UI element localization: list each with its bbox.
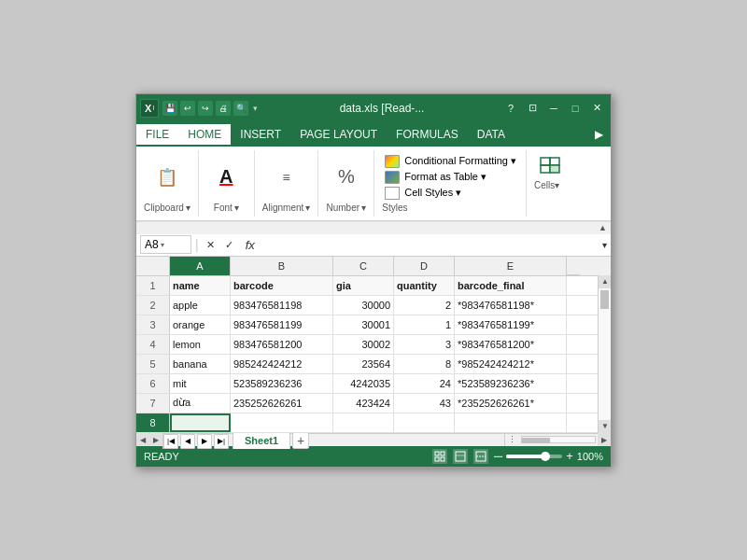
cell-styles-button[interactable]: Cell Styles ▾	[382, 186, 518, 201]
cells-button[interactable]	[534, 154, 566, 180]
cell-B1[interactable]: barcode	[231, 276, 333, 295]
col-header-A[interactable]: A	[170, 257, 231, 275]
cell-C5[interactable]: 23564	[333, 355, 394, 373]
cell-E1[interactable]: barcode_final	[455, 276, 567, 295]
cell-B2[interactable]: 983476581198	[231, 296, 333, 315]
menu-file[interactable]: FILE	[136, 124, 178, 145]
cell-C7[interactable]: 423424	[333, 394, 394, 413]
zoom-minus-button[interactable]: ─	[494, 449, 502, 463]
formula-input[interactable]	[262, 235, 599, 254]
cell-B8[interactable]	[231, 413, 333, 432]
cell-C6[interactable]: 4242035	[333, 374, 394, 393]
search-btn[interactable]: 🔍	[233, 101, 248, 116]
cell-D1[interactable]: quantity	[394, 276, 455, 295]
restore-button[interactable]: □	[565, 98, 585, 119]
undo-btn[interactable]: ↩	[180, 101, 195, 116]
cell-C8[interactable]	[333, 413, 394, 432]
ribbon-toggle-button[interactable]: ⊡	[522, 98, 543, 119]
cell-E5[interactable]: *985242424212*	[455, 355, 567, 373]
col-header-D[interactable]: D	[394, 257, 455, 275]
cell-B5[interactable]: 985242424212	[231, 355, 333, 373]
cell-B6[interactable]: 523589236236	[231, 374, 333, 393]
font-button[interactable]: A	[209, 162, 243, 192]
formula-cancel-button[interactable]: ✕	[203, 236, 219, 253]
cell-E3[interactable]: *983476581199*	[455, 315, 567, 334]
cell-D5[interactable]: 8	[394, 355, 455, 373]
cell-A7[interactable]: dừa	[170, 394, 231, 413]
save-btn[interactable]: 💾	[162, 101, 177, 116]
cell-D4[interactable]: 3	[394, 335, 455, 354]
cell-B7[interactable]: 235252626261	[231, 394, 333, 413]
number-button[interactable]: %	[330, 162, 363, 192]
cell-A8[interactable]	[170, 413, 231, 432]
redo-btn[interactable]: ↪	[198, 101, 213, 116]
add-sheet-button[interactable]: +	[292, 432, 309, 449]
name-box[interactable]: A8 ▾	[140, 235, 191, 254]
menu-home[interactable]: HOME	[178, 124, 231, 145]
cell-A6[interactable]: mit	[170, 374, 231, 393]
scroll-down-button[interactable]: ▼	[599, 420, 611, 433]
normal-view-icon[interactable]	[432, 449, 447, 464]
page-break-icon[interactable]	[473, 449, 488, 464]
vertical-scrollbar[interactable]: ▲ ▼	[598, 275, 611, 433]
format-as-table-button[interactable]: Format as Table ▾	[382, 170, 518, 185]
col-header-B[interactable]: B	[231, 257, 333, 275]
menu-more-button[interactable]: ▶	[587, 124, 611, 145]
cell-E6[interactable]: *523589236236*	[455, 374, 567, 393]
cell-A1[interactable]: name	[170, 276, 231, 295]
scroll-up-button[interactable]: ▲	[599, 275, 611, 288]
cell-A4[interactable]: lemon	[170, 335, 231, 354]
ribbon-collapse-icon[interactable]: ▲	[599, 223, 607, 232]
cell-C3[interactable]: 30001	[333, 315, 394, 334]
menu-formulas[interactable]: FORMULAS	[387, 124, 468, 145]
close-button[interactable]: ✕	[586, 98, 607, 119]
cell-E8[interactable]	[455, 413, 567, 432]
hscroll-dots[interactable]: ⋮	[505, 435, 519, 444]
cell-C2[interactable]: 30000	[333, 296, 394, 315]
scroll-track[interactable]	[599, 288, 611, 420]
page-layout-icon[interactable]	[453, 449, 468, 464]
zoom-slider-thumb[interactable]	[541, 452, 550, 461]
formula-expand-icon[interactable]: ▾	[602, 240, 607, 250]
cell-D2[interactable]: 2	[394, 296, 455, 315]
hscroll-track[interactable]	[521, 436, 596, 443]
scroll-thumb[interactable]	[600, 290, 609, 309]
cell-B4[interactable]: 983476581200	[231, 335, 333, 354]
hscroll-thumb[interactable]	[522, 438, 550, 443]
zoom-plus-button[interactable]: +	[566, 449, 573, 463]
scroll-left-button[interactable]: ◀	[136, 433, 149, 446]
menu-data[interactable]: DATA	[468, 124, 514, 145]
zoom-slider[interactable]	[506, 455, 562, 458]
col-header-E[interactable]: E	[455, 257, 567, 275]
help-button[interactable]: ?	[500, 98, 521, 119]
cell-A5[interactable]: banana	[170, 355, 231, 373]
sheet-prev-button[interactable]: ◀	[180, 434, 195, 449]
cell-C1[interactable]: gia	[333, 276, 394, 295]
sheet-first-button[interactable]: |◀	[163, 434, 178, 449]
print-btn[interactable]: 🖨	[216, 101, 231, 116]
col-header-C[interactable]: C	[333, 257, 394, 275]
menu-insert[interactable]: INSERT	[231, 124, 290, 145]
clipboard-button[interactable]: 📋	[150, 162, 184, 192]
cell-D3[interactable]: 1	[394, 315, 455, 334]
cell-D7[interactable]: 43	[394, 394, 455, 413]
hscroll-btn-right[interactable]: ▶	[598, 433, 611, 446]
scroll-right-button[interactable]: ▶	[149, 433, 162, 446]
alignment-button[interactable]: ≡	[270, 162, 303, 192]
cell-B3[interactable]: 983476581199	[231, 315, 333, 334]
cell-D8[interactable]	[394, 413, 455, 432]
sheet-next-button[interactable]: ▶	[197, 434, 212, 449]
cell-A3[interactable]: orange	[170, 315, 231, 334]
minimize-button[interactable]: ─	[543, 98, 564, 119]
sheet-tab-sheet1[interactable]: Sheet1	[233, 431, 290, 449]
cell-D6[interactable]: 24	[394, 374, 455, 393]
menu-page-layout[interactable]: PAGE LAYOUT	[290, 124, 387, 145]
cell-C4[interactable]: 30002	[333, 335, 394, 354]
formula-confirm-button[interactable]: ✓	[221, 236, 238, 253]
sheet-last-button[interactable]: ▶|	[214, 434, 229, 449]
cell-A2[interactable]: apple	[170, 296, 231, 315]
conditional-formatting-button[interactable]: Conditional Formatting ▾	[382, 154, 518, 169]
cell-E4[interactable]: *983476581200*	[455, 335, 567, 354]
cell-E2[interactable]: *983476581198*	[455, 296, 567, 315]
cell-E7[interactable]: *235252626261*	[455, 394, 567, 413]
